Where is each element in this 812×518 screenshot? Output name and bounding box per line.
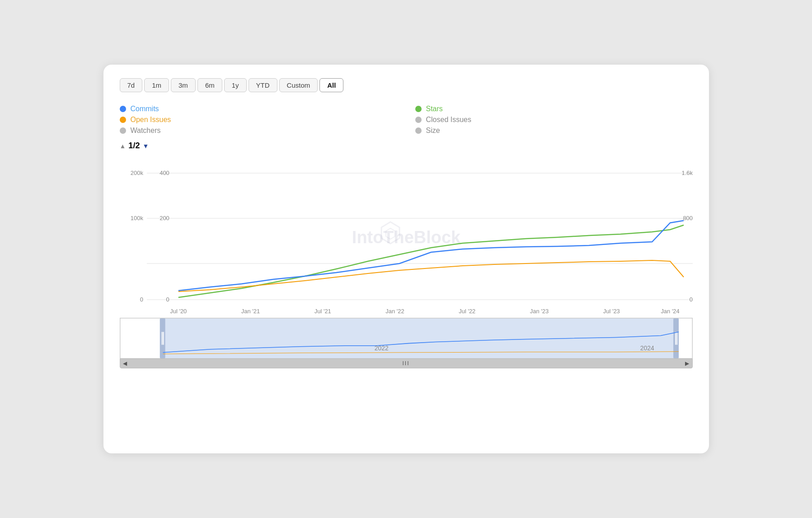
time-btn-ytd[interactable]: YTD bbox=[249, 78, 277, 92]
svg-text:0: 0 bbox=[166, 296, 169, 303]
chart-legend: Commits Stars Open Issues Closed Issues … bbox=[120, 105, 693, 135]
watchers-dot bbox=[120, 127, 126, 134]
scrollbar: ◀ III ▶ bbox=[120, 358, 693, 368]
svg-text:Jan '23: Jan '23 bbox=[530, 308, 548, 315]
time-btn-1m[interactable]: 1m bbox=[144, 78, 169, 92]
stars-dot bbox=[415, 106, 422, 112]
scroll-thumb[interactable]: III bbox=[402, 360, 409, 367]
scroll-left-arrow[interactable]: ◀ bbox=[123, 360, 127, 367]
prev-page-icon[interactable]: ▲ bbox=[120, 142, 126, 150]
time-btn-7d[interactable]: 7d bbox=[120, 78, 143, 92]
range-selector[interactable]: 2022 2024 bbox=[120, 318, 693, 358]
legend-stars[interactable]: Stars bbox=[415, 105, 693, 113]
watchers-label: Watchers bbox=[131, 127, 161, 135]
time-btn-3m[interactable]: 3m bbox=[171, 78, 196, 92]
time-btn-all[interactable]: All bbox=[319, 78, 343, 92]
svg-text:100k: 100k bbox=[130, 215, 143, 221]
svg-text:Jan '22: Jan '22 bbox=[385, 308, 404, 315]
svg-text:Jan '21: Jan '21 bbox=[241, 308, 259, 315]
chart-svg: 200k 100k 0 400 200 0 1.6k 800 0 IntoThe… bbox=[120, 164, 693, 318]
open-issues-dot bbox=[120, 117, 126, 123]
scroll-right-arrow[interactable]: ▶ bbox=[685, 360, 689, 367]
svg-text:400: 400 bbox=[160, 170, 169, 176]
stars-label: Stars bbox=[426, 105, 443, 113]
svg-text:0: 0 bbox=[689, 296, 692, 303]
svg-text:0: 0 bbox=[140, 296, 143, 303]
svg-text:Jan '24: Jan '24 bbox=[661, 308, 679, 315]
time-btn-6m[interactable]: 6m bbox=[197, 78, 222, 92]
svg-text:Jul '21: Jul '21 bbox=[314, 308, 331, 315]
page-indicator: 1/2 bbox=[128, 141, 140, 151]
next-page-icon[interactable]: ▼ bbox=[142, 142, 149, 150]
svg-text:1.6k: 1.6k bbox=[681, 170, 692, 176]
legend-watchers[interactable]: Watchers bbox=[120, 127, 397, 135]
svg-text:2024: 2024 bbox=[640, 344, 654, 352]
commits-dot bbox=[120, 106, 126, 112]
svg-text:IntoTheBlock: IntoTheBlock bbox=[352, 228, 460, 247]
closed-issues-dot bbox=[415, 117, 422, 123]
time-range-bar: 7d1m3m6m1yYTDCustomAll bbox=[120, 78, 693, 92]
svg-text:Jul '23: Jul '23 bbox=[603, 308, 620, 315]
size-dot bbox=[415, 127, 422, 134]
legend-open-issues[interactable]: Open Issues bbox=[120, 116, 397, 124]
pagination-control: ▲ 1/2 ▼ bbox=[120, 141, 693, 151]
time-btn-custom[interactable]: Custom bbox=[279, 78, 318, 92]
svg-text:Jul '22: Jul '22 bbox=[459, 308, 475, 315]
legend-closed-issues[interactable]: Closed Issues bbox=[415, 116, 693, 124]
size-label: Size bbox=[426, 127, 440, 135]
main-card: 7d1m3m6m1yYTDCustomAll Commits Stars Ope… bbox=[103, 65, 709, 453]
legend-size[interactable]: Size bbox=[415, 127, 693, 135]
svg-text:800: 800 bbox=[683, 215, 693, 221]
time-btn-1y[interactable]: 1y bbox=[224, 78, 247, 92]
legend-commits[interactable]: Commits bbox=[120, 105, 397, 113]
svg-text:200k: 200k bbox=[130, 170, 143, 176]
open-issues-label: Open Issues bbox=[131, 116, 171, 124]
commits-label: Commits bbox=[131, 105, 159, 113]
main-chart: 200k 100k 0 400 200 0 1.6k 800 0 IntoThe… bbox=[120, 164, 693, 318]
svg-text:2022: 2022 bbox=[374, 344, 388, 352]
closed-issues-label: Closed Issues bbox=[426, 116, 472, 124]
svg-text:200: 200 bbox=[160, 215, 169, 221]
range-selector-svg: 2022 2024 bbox=[120, 318, 692, 358]
svg-text:Jul '20: Jul '20 bbox=[170, 308, 187, 315]
